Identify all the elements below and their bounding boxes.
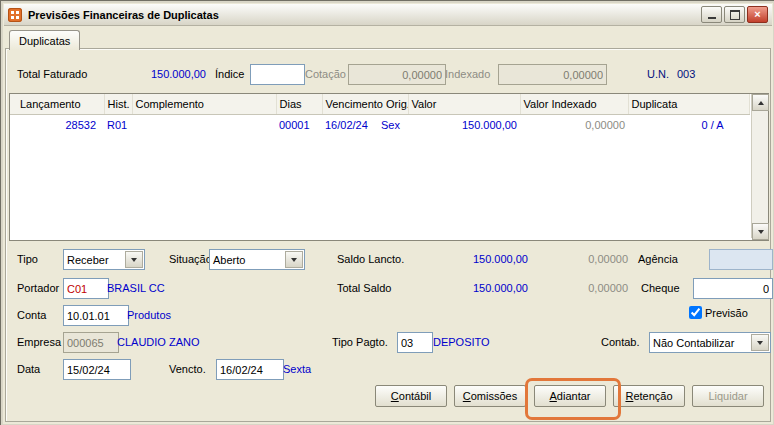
contab-label: Contab.: [601, 336, 640, 349]
grid-row[interactable]: 28532 R01 00001 16/02/24 Sex 150.000,00 …: [10, 115, 750, 136]
scroll-up-button[interactable]: [752, 94, 769, 111]
total-faturado-label: Total Faturado: [17, 68, 87, 81]
saldo-lancto-indexado: 0,00000: [546, 253, 628, 266]
cotacao-label: Cotação: [305, 68, 346, 81]
data-label: Data: [17, 363, 40, 376]
portador-label: Portador: [17, 282, 59, 295]
situacao-selected-value: Aberto: [210, 254, 284, 266]
contab-select[interactable]: Não Contabilizar: [649, 332, 771, 353]
indice-input[interactable]: [250, 64, 305, 85]
chevron-down-icon: [285, 251, 303, 268]
maximize-icon: [730, 10, 740, 20]
app-icon: [8, 8, 22, 22]
situacao-label: Situação: [169, 253, 212, 266]
contab-selected-value: Não Contabilizar: [650, 337, 750, 349]
previsao-label: Previsão: [705, 307, 748, 319]
total-faturado-value: 150.000,00: [111, 68, 206, 81]
cell-vencimento-data: 16/02/24: [322, 115, 378, 136]
chevron-down-icon: [751, 334, 769, 351]
titlebar: Previsões Financeiras de Duplicatas ×: [4, 4, 772, 26]
saldo-lancto-label: Saldo Lancto.: [337, 253, 404, 266]
col-dias: Dias: [276, 94, 322, 115]
cell-valor: 150.000,00: [408, 115, 520, 136]
close-button[interactable]: ×: [747, 6, 768, 23]
tipo-label: Tipo: [17, 253, 38, 266]
previsao-checkbox[interactable]: [689, 306, 702, 319]
portador-descricao: BRASIL CC: [107, 282, 165, 295]
duplicatas-grid: Lançamento Hist. Complemento Dias Vencim…: [9, 93, 769, 241]
col-duplicata: Duplicata: [628, 94, 750, 115]
conta-input[interactable]: [63, 305, 129, 326]
cell-dias: 00001: [276, 115, 322, 136]
cheque-label: Cheque: [641, 282, 680, 295]
dialog-previsoes-financeiras: Previsões Financeiras de Duplicatas × Du…: [0, 0, 774, 425]
total-saldo-value: 150.000,00: [431, 282, 528, 295]
contabil-button[interactable]: Contábil: [375, 385, 447, 407]
chevron-down-icon: [125, 251, 143, 268]
cell-vencimento-dia: Sex: [378, 115, 408, 136]
vencto-label: Vencto.: [169, 363, 206, 376]
minimize-icon: [708, 17, 716, 19]
agencia-label: Agência: [638, 253, 678, 266]
scroll-down-icon: [758, 230, 764, 234]
tab-duplicatas[interactable]: Duplicatas: [9, 30, 80, 50]
cell-complemento: [132, 115, 276, 136]
tipo-pagto-descricao: DEPOSITO: [433, 336, 490, 349]
total-saldo-indexado: 0,00000: [546, 282, 628, 295]
scroll-down-button[interactable]: [752, 223, 769, 240]
empresa-input: [63, 332, 119, 353]
tipo-pagto-input[interactable]: [397, 332, 433, 353]
indexado-label: Indexado: [445, 68, 490, 81]
cotacao-input: [348, 64, 446, 85]
tipo-pagto-label: Tipo Pagto.: [332, 336, 388, 349]
retencao-button[interactable]: Retenção: [613, 385, 685, 407]
tipo-selected-value: Receber: [64, 254, 124, 266]
col-lancamento: Lançamento: [10, 94, 104, 115]
cell-duplicata: 0 / A: [628, 115, 750, 136]
grid-header-row: Lançamento Hist. Complemento Dias Vencim…: [10, 94, 750, 115]
close-icon: ×: [754, 9, 760, 20]
saldo-lancto-value: 150.000,00: [431, 253, 528, 266]
cell-hist: R01: [104, 115, 132, 136]
tab-duplicatas-label: Duplicatas: [19, 35, 70, 47]
empresa-descricao: CLAUDIO ZANO: [117, 336, 200, 349]
col-complemento: Complemento: [132, 94, 276, 115]
indice-label: Índice: [215, 68, 244, 81]
liquidar-button: Liquidar: [692, 385, 764, 407]
indexado-input: [498, 64, 607, 85]
situacao-select[interactable]: Aberto: [209, 249, 305, 270]
total-saldo-label: Total Saldo: [337, 282, 391, 295]
empresa-label: Empresa: [17, 336, 61, 349]
un-value: 003: [677, 68, 695, 81]
cell-valor-indexado: 0,00000: [520, 115, 628, 136]
cell-lancamento: 28532: [10, 115, 104, 136]
window-title: Previsões Financeiras de Duplicatas: [28, 9, 219, 21]
comissoes-button[interactable]: Comissões: [454, 385, 526, 407]
col-valor: Valor: [408, 94, 520, 115]
col-vencimento-orig: Vencimento Orig.: [322, 94, 408, 115]
portador-input[interactable]: [63, 278, 109, 299]
cheque-input[interactable]: [693, 278, 773, 299]
grid-vertical-scrollbar[interactable]: [751, 94, 768, 238]
scroll-up-icon: [758, 101, 764, 105]
col-hist: Hist.: [104, 94, 132, 115]
vencto-input[interactable]: [216, 359, 284, 380]
tipo-select[interactable]: Receber: [63, 249, 145, 270]
maximize-button[interactable]: [724, 6, 745, 23]
agencia-input[interactable]: [709, 249, 773, 270]
minimize-button[interactable]: [701, 6, 722, 23]
previsao-checkbox-group: Previsão: [689, 306, 748, 319]
vencto-dia-semana: Sexta: [283, 363, 311, 376]
adiantar-button[interactable]: Adiantar: [534, 385, 606, 407]
un-label: U.N.: [647, 68, 669, 81]
conta-label: Conta: [17, 309, 46, 322]
conta-descricao: Produtos: [127, 309, 171, 322]
data-input[interactable]: [63, 359, 131, 380]
col-valor-indexado: Valor Indexado: [520, 94, 628, 115]
